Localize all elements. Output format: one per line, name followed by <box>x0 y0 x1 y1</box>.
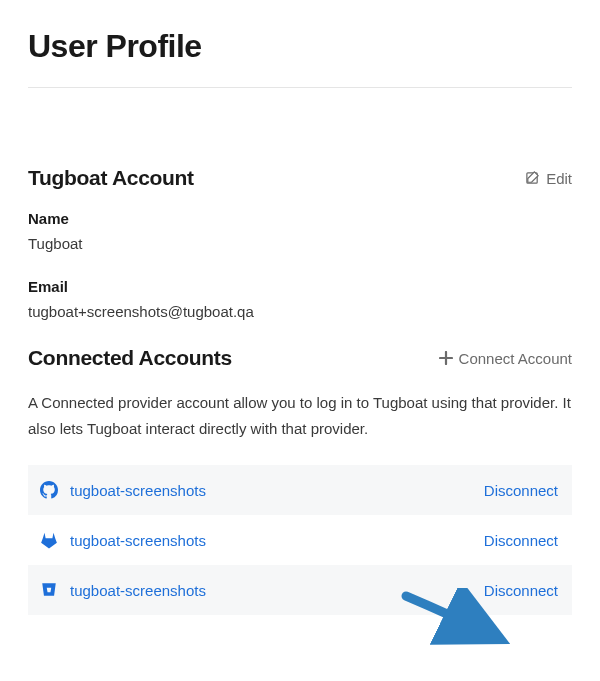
edit-icon <box>525 171 540 186</box>
disconnect-button[interactable]: Disconnect <box>484 532 558 549</box>
github-icon <box>40 481 58 499</box>
edit-button[interactable]: Edit <box>525 170 572 187</box>
connected-section-header: Connected Accounts Connect Account <box>28 346 572 370</box>
account-list: tugboat-screenshots Disconnect tugboat-s… <box>28 465 572 615</box>
connect-account-label: Connect Account <box>459 350 572 367</box>
account-section-header: Tugboat Account Edit <box>28 166 572 190</box>
name-label: Name <box>28 210 572 227</box>
account-row: tugboat-screenshots Disconnect <box>28 515 572 565</box>
email-label: Email <box>28 278 572 295</box>
email-value: tugboat+screenshots@tugboat.qa <box>28 303 572 320</box>
account-section-title: Tugboat Account <box>28 166 194 190</box>
connected-description: A Connected provider account allow you t… <box>28 390 572 441</box>
account-row: tugboat-screenshots Disconnect <box>28 465 572 515</box>
account-link[interactable]: tugboat-screenshots <box>70 532 206 549</box>
account-link[interactable]: tugboat-screenshots <box>70 482 206 499</box>
gitlab-icon <box>40 531 58 549</box>
page-title: User Profile <box>28 28 572 65</box>
connected-section-title: Connected Accounts <box>28 346 232 370</box>
bitbucket-icon <box>40 581 58 599</box>
disconnect-button[interactable]: Disconnect <box>484 482 558 499</box>
name-value: Tugboat <box>28 235 572 252</box>
account-link[interactable]: tugboat-screenshots <box>70 582 206 599</box>
connect-account-button[interactable]: Connect Account <box>439 350 572 367</box>
plus-icon <box>439 351 453 365</box>
disconnect-button[interactable]: Disconnect <box>484 582 558 599</box>
divider <box>28 87 572 88</box>
account-row: tugboat-screenshots Disconnect <box>28 565 572 615</box>
edit-label: Edit <box>546 170 572 187</box>
